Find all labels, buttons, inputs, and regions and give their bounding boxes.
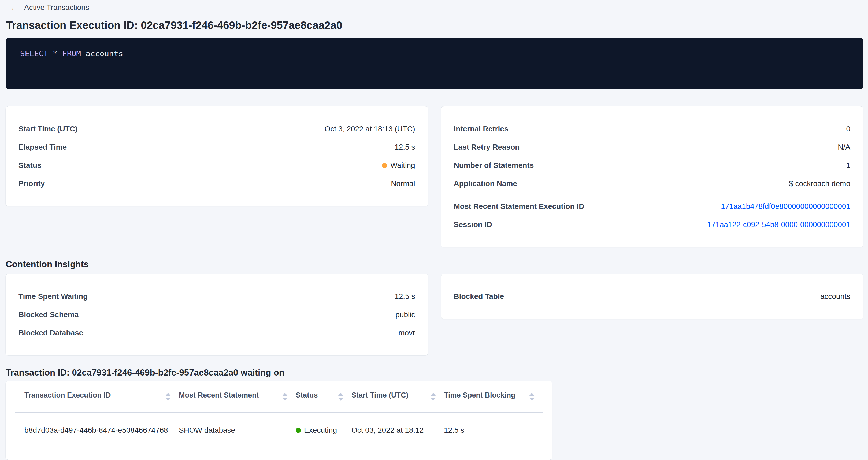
page-title: Transaction Execution ID: 02ca7931-f246-…: [6, 19, 863, 32]
sort-icon[interactable]: [165, 393, 171, 401]
cell-start-time: Oct 03, 2022 at 18:12: [351, 426, 444, 434]
waiting-on-heading: Transaction ID: 02ca7931-f246-469b-b2fe-…: [6, 367, 863, 378]
application-name-label: Application Name: [454, 179, 517, 188]
sort-icon[interactable]: [282, 393, 288, 401]
elapsed-time-value: 12.5 s: [395, 143, 415, 151]
contention-card-left: Time Spent Waiting 12.5 s Blocked Schema…: [6, 274, 428, 356]
sql-keyword-select: SELECT: [20, 49, 48, 58]
statement-execution-id-label: Most Recent Statement Execution ID: [454, 202, 584, 211]
sort-icon[interactable]: [529, 393, 534, 401]
status-label: Status: [19, 161, 41, 170]
cell-most-recent-statement: SHOW database: [179, 426, 296, 434]
status-executing-text: Executing: [304, 426, 337, 434]
waiting-table-row: b8d7d03a-d497-446b-8474-e50846674768 SHO…: [15, 412, 542, 449]
detail-row-application-name: Application Name $ cockroach demo: [454, 175, 850, 193]
sort-icon[interactable]: [431, 393, 436, 401]
sort-icon[interactable]: [338, 393, 343, 401]
sql-statement: SELECT * FROM accounts: [20, 49, 123, 58]
detail-row-start-time: Start Time (UTC) Oct 3, 2022 at 18:13 (U…: [19, 120, 415, 138]
cell-transaction-execution-id: b8d7d03a-d497-446b-8474-e50846674768: [24, 426, 179, 434]
detail-row-status: Status Waiting: [19, 156, 415, 175]
column-header-most-recent-statement[interactable]: Most Recent Statement: [179, 391, 296, 402]
statement-execution-id-link[interactable]: 171aa1b478fdf0e80000000000000001: [721, 202, 850, 211]
waiting-table-header-row: Transaction Execution ID Most Recent Sta…: [15, 381, 542, 412]
detail-row-blocked-table: Blocked Table accounts: [454, 287, 850, 306]
cell-time-spent-blocking: 12.5 s: [444, 426, 542, 434]
blocked-database-value: movr: [398, 329, 415, 337]
card-divider: [454, 195, 850, 195]
detail-row-time-spent-waiting: Time Spent Waiting 12.5 s: [19, 287, 415, 306]
status-text: Waiting: [390, 161, 415, 170]
back-link-active-transactions[interactable]: ← Active Transactions: [10, 3, 89, 12]
sql-keyword-from: FROM: [62, 49, 81, 58]
status-value: Waiting: [382, 161, 415, 170]
blocked-table-value: accounts: [820, 292, 850, 301]
column-header-status[interactable]: Status: [296, 391, 351, 402]
back-link-label: Active Transactions: [24, 3, 89, 12]
elapsed-time-label: Elapsed Time: [19, 143, 67, 151]
number-of-statements-value: 1: [846, 161, 850, 170]
session-id-link[interactable]: 171aa122-c092-54b8-0000-000000000001: [707, 220, 850, 229]
back-arrow-icon: ←: [10, 3, 19, 12]
application-name-value: $ cockroach demo: [789, 179, 850, 188]
contention-card-right: Blocked Table accounts: [441, 274, 863, 319]
detail-row-last-retry-reason: Last Retry Reason N/A: [454, 138, 850, 156]
priority-label: Priority: [19, 179, 45, 188]
detail-row-session-id: Session ID 171aa122-c092-54b8-0000-00000…: [454, 216, 850, 234]
blocked-schema-label: Blocked Schema: [19, 310, 79, 319]
column-header-transaction-execution-id[interactable]: Transaction Execution ID: [24, 391, 179, 402]
start-time-label: Start Time (UTC): [19, 125, 78, 133]
contention-insights-heading: Contention Insights: [6, 259, 863, 270]
detail-row-number-of-statements: Number of Statements 1: [454, 156, 850, 175]
detail-row-statement-execution-id: Most Recent Statement Execution ID 171aa…: [454, 197, 850, 216]
column-header-time-spent-blocking[interactable]: Time Spent Blocking: [444, 391, 542, 402]
summary-card-right: Internal Retries 0 Last Retry Reason N/A…: [441, 106, 863, 247]
start-time-value: Oct 3, 2022 at 18:13 (UTC): [324, 125, 415, 133]
time-spent-waiting-label: Time Spent Waiting: [19, 292, 88, 301]
status-waiting-dot-icon: [382, 163, 387, 168]
detail-row-priority: Priority Normal: [19, 175, 415, 193]
detail-row-blocked-schema: Blocked Schema public: [19, 306, 415, 324]
last-retry-reason-value: N/A: [838, 143, 850, 151]
sql-statement-box: SELECT * FROM accounts: [6, 38, 863, 89]
detail-row-blocked-database: Blocked Database movr: [19, 324, 415, 342]
number-of-statements-label: Number of Statements: [454, 161, 534, 170]
priority-value: Normal: [391, 179, 415, 188]
summary-card-left: Start Time (UTC) Oct 3, 2022 at 18:13 (U…: [6, 106, 428, 206]
detail-row-internal-retries: Internal Retries 0: [454, 120, 850, 138]
blocked-schema-value: public: [395, 310, 415, 319]
transaction-details-page: ← Active Transactions Transaction Execut…: [0, 0, 868, 460]
last-retry-reason-label: Last Retry Reason: [454, 143, 520, 151]
time-spent-waiting-value: 12.5 s: [395, 292, 415, 301]
detail-row-elapsed-time: Elapsed Time 12.5 s: [19, 138, 415, 156]
sql-table-name: accounts: [86, 49, 123, 58]
column-header-start-time[interactable]: Start Time (UTC): [351, 391, 444, 402]
blocked-table-label: Blocked Table: [454, 292, 504, 301]
internal-retries-value: 0: [846, 125, 850, 133]
blocked-database-label: Blocked Database: [19, 329, 83, 337]
cell-status: Executing: [296, 426, 351, 434]
session-id-label: Session ID: [454, 220, 492, 229]
waiting-on-table-card: Transaction Execution ID Most Recent Sta…: [6, 381, 552, 460]
status-executing-dot-icon: [296, 428, 301, 433]
sql-star: *: [53, 49, 57, 58]
internal-retries-label: Internal Retries: [454, 125, 508, 133]
